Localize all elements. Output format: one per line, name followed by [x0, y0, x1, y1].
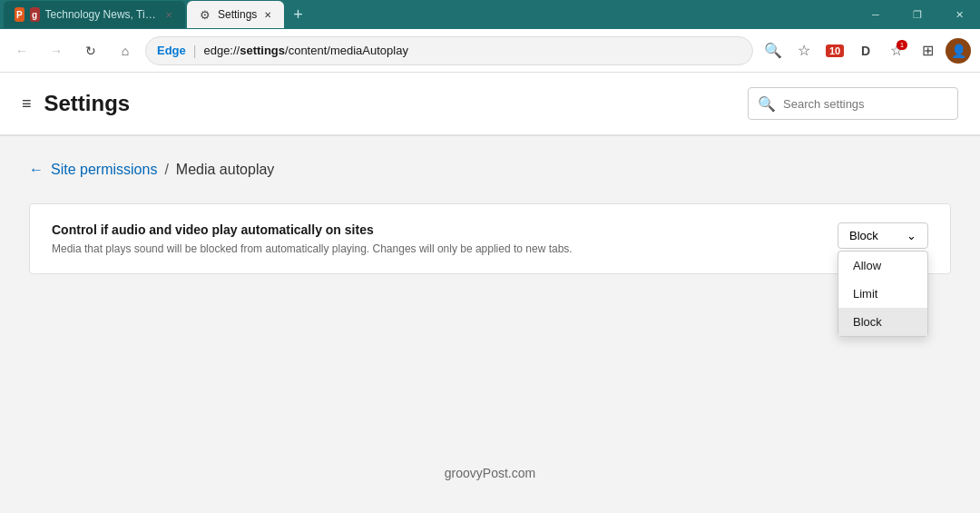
- autoplay-dropdown-container: Block ⌄ Allow Limit Block: [838, 222, 928, 249]
- edge-logo-icon: Edge: [157, 44, 186, 57]
- collections-button[interactable]: ⊞: [913, 36, 942, 65]
- settings-header: ≡ Settings 🔍: [0, 73, 980, 135]
- dropdown-option-block[interactable]: Block: [838, 308, 927, 336]
- restore-button[interactable]: ❐: [897, 0, 938, 29]
- control-text: Control if audio and video play automati…: [52, 222, 573, 255]
- breadcrumb-current-page: Media autoplay: [176, 162, 275, 178]
- home-button[interactable]: ⌂: [111, 36, 140, 65]
- address-suffix: /content/mediaAutoplay: [285, 44, 408, 57]
- footer: groovyPost.com: [426, 448, 554, 498]
- favorites-icon-button[interactable]: ☆: [789, 36, 818, 65]
- breadcrumb-separator: /: [164, 162, 168, 178]
- search-settings-icon: 🔍: [758, 95, 776, 113]
- autoplay-dropdown-button[interactable]: Block ⌄: [838, 222, 928, 249]
- new-tab-button[interactable]: +: [286, 4, 310, 26]
- tab-inactive-label: Technology News, Tips, Reviews...: [45, 8, 158, 21]
- close-button[interactable]: ✕: [938, 0, 980, 29]
- tab-active-label: Settings: [218, 8, 257, 21]
- address-text: edge://settings/content/mediaAutoplay: [203, 44, 407, 57]
- dropdown-option-allow[interactable]: Allow: [838, 252, 927, 280]
- content-area: ← Site permissions / Media autoplay Cont…: [0, 136, 980, 300]
- settings-favicon-icon: ⚙: [198, 7, 212, 22]
- tab-active-settings[interactable]: ⚙ Settings ✕: [187, 1, 284, 28]
- chevron-down-icon: ⌄: [906, 229, 916, 242]
- control-heading: Control if audio and video play automati…: [52, 222, 573, 237]
- favicon-g: g: [30, 7, 40, 22]
- dropdown-selected-label: Block: [849, 229, 878, 242]
- window-controls: ─ ❐ ✕: [855, 0, 980, 29]
- search-settings-input[interactable]: [783, 97, 948, 111]
- breadcrumb: ← Site permissions / Media autoplay: [29, 162, 951, 178]
- forward-button[interactable]: →: [42, 36, 71, 65]
- tabs-area: P g Technology News, Tips, Reviews... ✕ …: [4, 1, 310, 28]
- hamburger-menu-button[interactable]: ≡: [22, 94, 32, 113]
- refresh-button[interactable]: ↻: [76, 36, 105, 65]
- settings-title-area: ≡ Settings: [22, 91, 130, 116]
- settings-page-title: Settings: [44, 91, 131, 116]
- tab-active-close[interactable]: ✕: [262, 8, 273, 22]
- toolbar-icons: 🔍 ☆ 10 D ☆ 1 ⊞ 👤: [759, 36, 973, 65]
- minimize-button[interactable]: ─: [855, 0, 897, 29]
- d-button[interactable]: D: [851, 36, 880, 65]
- address-bold: settings: [240, 44, 285, 57]
- back-button[interactable]: ←: [7, 36, 36, 65]
- address-prefix: edge://: [203, 44, 240, 57]
- breadcrumb-back-button[interactable]: ←: [29, 162, 44, 178]
- address-input[interactable]: Edge | edge://settings/content/mediaAuto…: [145, 36, 753, 65]
- profile-avatar[interactable]: 👤: [944, 36, 973, 65]
- avatar-icon: 👤: [946, 38, 971, 64]
- favorites-badge: 1: [897, 40, 907, 50]
- search-settings-box[interactable]: 🔍: [748, 87, 958, 120]
- search-icon-button[interactable]: 🔍: [759, 36, 788, 65]
- footer-text: groovyPost.com: [445, 466, 535, 480]
- dropdown-option-limit[interactable]: Limit: [838, 280, 927, 308]
- favorites-bar-icon-button[interactable]: ☆ 1: [882, 36, 911, 65]
- calendar-button[interactable]: 10: [820, 36, 849, 65]
- breadcrumb-site-permissions-link[interactable]: Site permissions: [51, 162, 157, 178]
- favicon-gp: P: [15, 7, 24, 22]
- addressbar: ← → ↻ ⌂ Edge | edge://settings/content/m…: [0, 29, 980, 73]
- address-separator: |: [193, 44, 197, 58]
- control-description: Media that plays sound will be blocked f…: [52, 242, 573, 255]
- control-section: Control if audio and video play automati…: [29, 203, 951, 274]
- calendar-icon: 10: [826, 44, 844, 57]
- titlebar: P g Technology News, Tips, Reviews... ✕ …: [0, 0, 980, 29]
- autoplay-dropdown-menu: Allow Limit Block: [838, 251, 928, 337]
- tab-inactive-tech[interactable]: P g Technology News, Tips, Reviews... ✕: [4, 1, 185, 28]
- tab-inactive-close[interactable]: ✕: [163, 8, 174, 22]
